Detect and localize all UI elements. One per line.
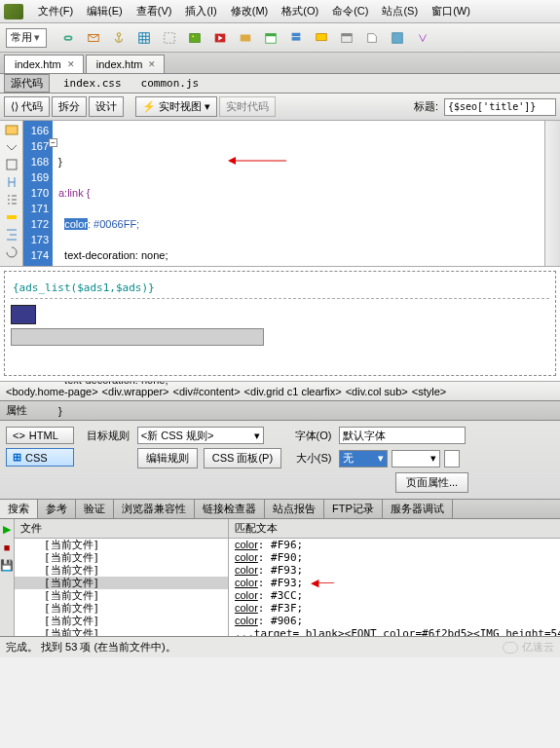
button-label: 设计 — [95, 99, 117, 114]
subtab-source[interactable]: 源代码 — [4, 74, 50, 93]
svg-rect-4 — [190, 33, 201, 42]
design-preview[interactable]: {ads_list($ads1,$ads)} — [0, 267, 560, 382]
related-files-bar: 源代码 index.css common.js — [0, 74, 560, 94]
div-icon[interactable] — [160, 28, 179, 48]
server-icon[interactable] — [286, 28, 306, 48]
code-content[interactable]: − } a:link { color: #0066FF; text-decora… — [53, 121, 544, 266]
anchor-icon[interactable] — [109, 28, 129, 48]
tab-index-2[interactable]: index.htm✕ — [86, 55, 166, 73]
wrap-icon[interactable] — [5, 245, 19, 259]
css-icon: ⊞ — [13, 451, 21, 464]
line-numbers-icon[interactable] — [5, 193, 19, 206]
list-item[interactable]: [当前文件] — [15, 602, 228, 615]
head-icon[interactable] — [337, 28, 356, 48]
tab-server-debug[interactable]: 服务器调试 — [383, 500, 453, 518]
hyperlink-icon[interactable] — [58, 28, 78, 48]
menu-view[interactable]: 查看(V) — [130, 4, 179, 19]
list-item[interactable]: [当前文件] — [15, 627, 228, 636]
svg-point-1 — [117, 32, 121, 36]
selection-box[interactable] — [11, 328, 264, 346]
list-item[interactable]: ...target=_blank><FONT color=#6f2bd5><IM… — [229, 627, 560, 636]
email-icon[interactable] — [84, 28, 103, 48]
date-icon[interactable] — [261, 28, 280, 48]
chevron-down-icon: ▾ — [205, 100, 210, 113]
tab-reference[interactable]: 参考 — [38, 500, 76, 518]
fold-icon[interactable]: − — [49, 138, 57, 147]
tab-site-report[interactable]: 站点报告 — [265, 500, 324, 518]
column-header[interactable]: 匹配文本 — [229, 519, 560, 539]
menu-command[interactable]: 命令(C) — [325, 4, 375, 19]
image-icon[interactable] — [185, 28, 205, 48]
table-icon[interactable] — [134, 28, 154, 48]
toolbar-mode-label: 常用 — [11, 30, 32, 45]
chevron-down-icon: ▾ — [32, 31, 42, 44]
results-panel: 搜索 参考 验证 浏览器兼容性 链接检查器 站点报告 FTP记录 服务器调试 ▶… — [0, 500, 560, 636]
list-item[interactable]: color: #3CC; — [229, 589, 560, 602]
list-item[interactable]: color: #F93; — [229, 564, 560, 577]
tab-search[interactable]: 搜索 — [0, 500, 38, 518]
comment-icon[interactable] — [312, 28, 331, 48]
widget-icon[interactable] — [236, 28, 255, 48]
list-item[interactable]: [当前文件] — [15, 589, 228, 602]
tab-compat[interactable]: 浏览器兼容性 — [114, 500, 195, 518]
code-view-button[interactable]: ⟨⟩代码 — [4, 96, 50, 117]
toolbar-mode-combo[interactable]: 常用 ▾ — [6, 28, 47, 48]
svg-rect-12 — [317, 33, 327, 40]
lightning-icon: ⚡ — [142, 100, 156, 113]
close-icon[interactable]: ✕ — [148, 59, 156, 69]
list-item[interactable]: [当前文件] — [15, 615, 228, 627]
menu-file[interactable]: 文件(F) — [31, 4, 80, 19]
open-icon[interactable] — [5, 123, 19, 136]
media-icon[interactable] — [210, 28, 230, 48]
button-label: 拆分 — [58, 99, 80, 114]
list-item[interactable]: color: #F90; — [229, 551, 560, 564]
column-header[interactable]: 文件 — [15, 519, 228, 539]
list-item[interactable]: color: #906; — [229, 615, 560, 627]
menu-modify[interactable]: 修改(M) — [224, 4, 276, 19]
menu-format[interactable]: 格式(O) — [275, 4, 325, 19]
tab-validate[interactable]: 验证 — [76, 500, 114, 518]
select-parent-icon[interactable] — [5, 175, 19, 189]
title-input[interactable] — [444, 98, 556, 116]
list-item[interactable]: color: #F96; — [229, 539, 560, 551]
highlight-icon[interactable] — [5, 210, 19, 224]
preview-thumbnail — [11, 305, 36, 324]
tab-link-checker[interactable]: 链接检查器 — [195, 500, 265, 518]
live-view-button[interactable]: ⚡实时视图▾ — [135, 96, 217, 117]
split-view-button[interactable]: 拆分 — [52, 96, 87, 117]
tag-icon[interactable] — [413, 28, 432, 48]
list-item-selected[interactable]: [当前文件] — [15, 577, 228, 589]
menu-edit[interactable]: 编辑(E) — [80, 4, 130, 19]
list-item[interactable]: [当前文件] — [15, 564, 228, 577]
code-toolbar — [0, 121, 23, 266]
page-properties-button[interactable]: 页面属性... — [395, 472, 468, 493]
play-icon[interactable]: ▶ — [3, 523, 11, 536]
collapse-icon[interactable] — [5, 140, 19, 154]
document-tabs: index.htm✕ index.htm✕ — [0, 53, 560, 74]
cloud-icon — [503, 642, 518, 654]
view-toolbar: ⟨⟩代码 拆分 设计 ⚡实时视图▾ 实时代码 标题: — [0, 94, 560, 121]
scrollbar[interactable] — [544, 121, 560, 266]
save-icon[interactable]: 💾 — [0, 559, 14, 572]
list-item-selected[interactable]: color: #F93;◀── — [229, 577, 560, 589]
subtab-js[interactable]: common.js — [135, 76, 205, 91]
tab-ftp-log[interactable]: FTP记录 — [324, 500, 383, 518]
script-icon[interactable] — [362, 28, 382, 48]
tab-index-1[interactable]: index.htm✕ — [4, 55, 84, 73]
menu-window[interactable]: 窗口(W) — [425, 4, 477, 19]
design-view-button[interactable]: 设计 — [89, 96, 124, 117]
list-item[interactable]: [当前文件] — [15, 551, 228, 564]
indent-icon[interactable] — [5, 228, 19, 242]
list-item[interactable]: [当前文件] — [15, 539, 228, 551]
stop-icon[interactable]: ■ — [4, 542, 11, 553]
results-toolbar: ▶ ■ 💾 — [0, 519, 15, 636]
status-text: 完成。 找到 53 项 (在当前文件中)。 — [6, 640, 176, 654]
subtab-css[interactable]: index.css — [57, 76, 128, 91]
menu-insert[interactable]: 插入(I) — [178, 4, 223, 19]
templates-icon[interactable] — [388, 28, 407, 48]
list-item[interactable]: color: #F3F; — [229, 602, 560, 615]
menu-site[interactable]: 站点(S) — [375, 4, 425, 19]
expand-icon[interactable] — [5, 158, 19, 171]
close-icon[interactable]: ✕ — [67, 59, 75, 69]
button-label: 实时代码 — [226, 99, 269, 114]
